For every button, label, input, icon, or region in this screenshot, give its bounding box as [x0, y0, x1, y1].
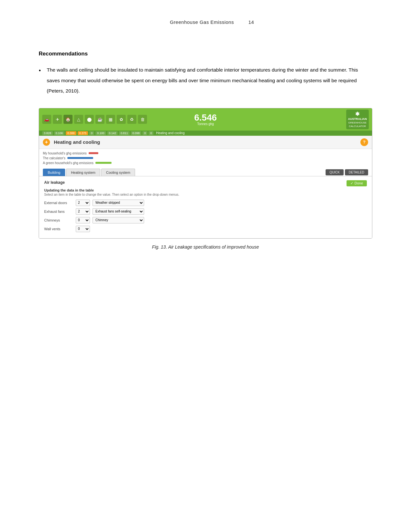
- num-7: 0.811: [119, 131, 130, 135]
- legend-green-label: A green household's ghg emissions: [43, 161, 93, 165]
- external-doors-option[interactable]: Weather stripped Unsealed Draught sealed: [93, 200, 144, 206]
- legend-bar-green: [95, 162, 112, 164]
- num-5: 0.100: [95, 131, 106, 135]
- home-icon[interactable]: 🏠: [64, 115, 73, 124]
- calc-total-value: 6.546: [194, 113, 217, 122]
- exhaust-fans-label: Exhaust fans: [44, 210, 73, 213]
- calc-total: 6.546 Tonnes ghg: [194, 113, 217, 126]
- leaf-icon[interactable]: ✿: [117, 115, 126, 124]
- chimneys-option[interactable]: Chimney None: [93, 217, 144, 223]
- calc-tabs: Building Heating system Cooling system Q…: [39, 167, 372, 176]
- num-0: 3.828: [42, 131, 53, 135]
- done-label: Done: [355, 181, 363, 185]
- panel-title: Heating and cooling: [54, 139, 360, 145]
- page-number: 14: [248, 19, 254, 25]
- num-9: 0: [142, 131, 147, 135]
- logo-line2: GREENHOUSE: [348, 121, 367, 124]
- wall-vents-label: Wall vents: [44, 227, 73, 231]
- circle-icon[interactable]: ⬤: [85, 115, 94, 124]
- num-3: 0.375: [78, 131, 88, 135]
- update-desc: Select an item in the table to change th…: [44, 193, 367, 196]
- bullet-dot: •: [39, 65, 41, 76]
- chimneys-label: Chimneys: [44, 218, 73, 222]
- chimneys-qty[interactable]: 0 123: [76, 217, 90, 223]
- section-title: Recommendations: [39, 51, 372, 57]
- checkmark-icon: ✓: [350, 181, 353, 185]
- legend-row-green: A green household's ghg emissions: [43, 161, 368, 165]
- detailed-button[interactable]: DETAILED: [345, 169, 368, 175]
- bullet-text: The walls and ceiling should be insulate…: [47, 65, 372, 96]
- exhaust-fans-option[interactable]: Exhaust fans self-sealing Standard None: [93, 208, 144, 215]
- logo-line3: CALCULATOR: [348, 125, 367, 128]
- calc-logo: ✱ AUSTRALIAN GREENHOUSE CALCULATOR: [346, 110, 369, 129]
- external-doors-label: External doors: [44, 201, 73, 205]
- num-1: 0.106: [54, 131, 65, 135]
- calc-legend: My household's ghg emissions The calcula…: [39, 149, 372, 167]
- section-label: Heating and cooling: [156, 131, 184, 135]
- calc-content: Air leakage ✓ Done Updating the data in …: [39, 176, 372, 238]
- bar-icon[interactable]: ▦: [106, 115, 115, 124]
- external-doors-qty[interactable]: 2 0134: [76, 200, 90, 206]
- expand-button[interactable]: +: [43, 139, 50, 146]
- num-8: 0.098: [131, 131, 142, 135]
- car-icon[interactable]: 🚗: [42, 115, 51, 124]
- done-button[interactable]: ✓ Done: [347, 180, 367, 186]
- calc-total-unit: Tonnes ghg: [194, 122, 217, 126]
- quick-button[interactable]: QUICK: [326, 169, 344, 175]
- plane-icon[interactable]: ✈: [53, 115, 62, 124]
- air-leakage-title: Air leakage: [44, 180, 65, 185]
- field-external-doors: External doors 2 0134 Weather stripped U…: [44, 200, 367, 206]
- trash-icon[interactable]: 🗑: [138, 115, 147, 124]
- figure-caption: Fig. 13. Air Leakage specifications of i…: [39, 244, 372, 250]
- wall-vents-qty[interactable]: 0 1234: [76, 226, 90, 232]
- legend-row-avg: The calculator's: [43, 156, 368, 160]
- tab-cooling-system[interactable]: Cooling system: [101, 169, 135, 176]
- calc-topbar: 🚗 ✈ 🏠 △ ⬤ ☕ ▦ ✿ ♻ 🗑 6.546 Tonnes ghg ✱ A…: [39, 108, 372, 131]
- exhaust-fans-qty[interactable]: 2 013: [76, 208, 90, 215]
- num-4: 0: [89, 131, 94, 135]
- tab-building[interactable]: Building: [43, 169, 65, 176]
- num-6: 0.142: [107, 131, 118, 135]
- recycle-icon[interactable]: ♻: [127, 115, 136, 124]
- field-wall-vents: Wall vents 0 1234: [44, 226, 367, 232]
- page-title: Greenhouse Gas Emissions: [170, 19, 234, 25]
- logo-line1: AUSTRALIAN: [348, 117, 367, 121]
- triangle-icon[interactable]: △: [74, 115, 83, 124]
- page-header: Greenhouse Gas Emissions 14: [39, 19, 372, 25]
- num-10: 0: [149, 131, 153, 135]
- legend-row-my: My household's ghg emissions: [43, 152, 368, 155]
- legend-avg-label: The calculator's: [43, 156, 65, 160]
- legend-my-label: My household's ghg emissions: [43, 152, 87, 155]
- field-exhaust-fans: Exhaust fans 2 013 Exhaust fans self-sea…: [44, 208, 367, 215]
- calc-panel-header: + Heating and cooling ?: [39, 136, 372, 149]
- field-chimneys: Chimneys 0 123 Chimney None: [44, 217, 367, 223]
- help-button[interactable]: ?: [360, 138, 368, 146]
- tab-heating-system[interactable]: Heating system: [66, 169, 100, 176]
- done-row: ✓ Done: [347, 180, 367, 186]
- page: Greenhouse Gas Emissions 14 Recommendati…: [0, 0, 411, 532]
- cup-icon[interactable]: ☕: [95, 115, 104, 124]
- ghg-calculator-widget: 🚗 ✈ 🏠 △ ⬤ ☕ ▦ ✿ ♻ 🗑 6.546 Tonnes ghg ✱ A…: [39, 108, 372, 239]
- recommendations-section: Recommendations • The walls and ceiling …: [39, 51, 372, 96]
- bullet-item: • The walls and ceiling should be insula…: [39, 65, 372, 96]
- update-title: Updating the data in the table: [44, 188, 367, 192]
- legend-bar-blue: [67, 157, 93, 159]
- num-2: 0.388: [66, 131, 76, 135]
- legend-bar-red: [89, 152, 98, 154]
- calc-numbar: 3.828 0.106 0.388 0.375 0 0.100 0.142 0.…: [39, 131, 372, 136]
